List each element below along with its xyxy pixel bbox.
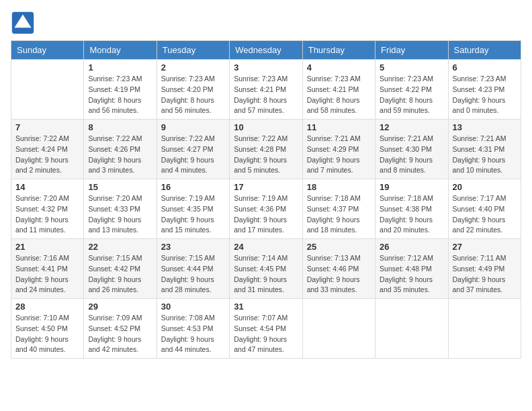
calendar-cell: 12Sunrise: 7:21 AM Sunset: 4:30 PM Dayli… xyxy=(375,120,448,179)
day-info: Sunrise: 7:12 AM Sunset: 4:48 PM Dayligh… xyxy=(380,253,443,295)
day-number: 10 xyxy=(234,122,298,132)
week-row-3: 14Sunrise: 7:20 AM Sunset: 4:32 PM Dayli… xyxy=(11,179,521,239)
calendar-cell xyxy=(302,299,375,359)
header-saturday: Saturday xyxy=(448,41,521,60)
day-info: Sunrise: 7:21 AM Sunset: 4:29 PM Dayligh… xyxy=(307,134,371,176)
day-number: 7 xyxy=(15,122,79,132)
calendar-cell: 9Sunrise: 7:22 AM Sunset: 4:27 PM Daylig… xyxy=(157,120,229,179)
calendar-cell: 24Sunrise: 7:14 AM Sunset: 4:45 PM Dayli… xyxy=(230,239,302,299)
day-number: 12 xyxy=(380,122,443,132)
day-number: 3 xyxy=(234,62,298,73)
calendar-table: SundayMondayTuesdayWednesdayThursdayFrid… xyxy=(11,40,521,359)
day-number: 30 xyxy=(161,302,225,312)
day-number: 16 xyxy=(161,182,225,192)
day-number: 14 xyxy=(15,182,79,192)
calendar-cell xyxy=(11,60,84,120)
calendar-cell: 3Sunrise: 7:23 AM Sunset: 4:21 PM Daylig… xyxy=(230,60,302,120)
day-info: Sunrise: 7:07 AM Sunset: 4:54 PM Dayligh… xyxy=(234,313,298,355)
day-info: Sunrise: 7:22 AM Sunset: 4:24 PM Dayligh… xyxy=(15,134,79,176)
day-number: 15 xyxy=(88,182,152,192)
day-info: Sunrise: 7:09 AM Sunset: 4:52 PM Dayligh… xyxy=(88,313,152,355)
week-row-5: 28Sunrise: 7:10 AM Sunset: 4:50 PM Dayli… xyxy=(11,299,521,359)
day-number: 24 xyxy=(234,242,298,252)
day-info: Sunrise: 7:15 AM Sunset: 4:42 PM Dayligh… xyxy=(88,253,152,295)
day-info: Sunrise: 7:23 AM Sunset: 4:22 PM Dayligh… xyxy=(380,74,443,116)
day-number: 11 xyxy=(307,122,371,132)
day-info: Sunrise: 7:13 AM Sunset: 4:46 PM Dayligh… xyxy=(307,253,371,295)
day-number: 29 xyxy=(88,302,152,312)
day-info: Sunrise: 7:21 AM Sunset: 4:30 PM Dayligh… xyxy=(380,134,443,176)
day-info: Sunrise: 7:22 AM Sunset: 4:27 PM Dayligh… xyxy=(161,134,225,176)
day-info: Sunrise: 7:16 AM Sunset: 4:41 PM Dayligh… xyxy=(15,253,79,295)
calendar-cell: 21Sunrise: 7:16 AM Sunset: 4:41 PM Dayli… xyxy=(11,239,84,299)
header-monday: Monday xyxy=(84,41,157,60)
day-number: 1 xyxy=(88,62,152,73)
day-info: Sunrise: 7:22 AM Sunset: 4:26 PM Dayligh… xyxy=(88,134,152,176)
day-number: 22 xyxy=(88,242,152,252)
day-info: Sunrise: 7:08 AM Sunset: 4:53 PM Dayligh… xyxy=(161,313,225,355)
day-number: 20 xyxy=(453,182,517,192)
day-number: 28 xyxy=(15,302,79,312)
header-sunday: Sunday xyxy=(11,41,84,60)
calendar-cell: 1Sunrise: 7:23 AM Sunset: 4:19 PM Daylig… xyxy=(84,60,157,120)
calendar-cell: 25Sunrise: 7:13 AM Sunset: 4:46 PM Dayli… xyxy=(302,239,375,299)
day-info: Sunrise: 7:18 AM Sunset: 4:38 PM Dayligh… xyxy=(380,193,443,236)
day-info: Sunrise: 7:23 AM Sunset: 4:19 PM Dayligh… xyxy=(88,74,152,116)
calendar-cell: 14Sunrise: 7:20 AM Sunset: 4:32 PM Dayli… xyxy=(11,179,84,239)
calendar-cell: 22Sunrise: 7:15 AM Sunset: 4:42 PM Dayli… xyxy=(84,239,157,299)
day-number: 19 xyxy=(380,182,443,192)
calendar-cell: 11Sunrise: 7:21 AM Sunset: 4:29 PM Dayli… xyxy=(302,120,375,179)
day-info: Sunrise: 7:17 AM Sunset: 4:40 PM Dayligh… xyxy=(453,193,517,236)
day-info: Sunrise: 7:18 AM Sunset: 4:37 PM Dayligh… xyxy=(307,193,371,236)
day-info: Sunrise: 7:23 AM Sunset: 4:21 PM Dayligh… xyxy=(307,74,371,116)
calendar-cell: 13Sunrise: 7:21 AM Sunset: 4:31 PM Dayli… xyxy=(448,120,521,179)
day-number: 4 xyxy=(307,62,371,73)
day-info: Sunrise: 7:23 AM Sunset: 4:23 PM Dayligh… xyxy=(453,74,517,116)
calendar-cell: 16Sunrise: 7:19 AM Sunset: 4:35 PM Dayli… xyxy=(157,179,229,239)
calendar-cell: 28Sunrise: 7:10 AM Sunset: 4:50 PM Dayli… xyxy=(11,299,84,359)
calendar-cell: 10Sunrise: 7:22 AM Sunset: 4:28 PM Dayli… xyxy=(230,120,302,179)
calendar-cell: 29Sunrise: 7:09 AM Sunset: 4:52 PM Dayli… xyxy=(84,299,157,359)
week-row-2: 7Sunrise: 7:22 AM Sunset: 4:24 PM Daylig… xyxy=(11,120,521,179)
day-number: 8 xyxy=(88,122,152,132)
calendar-cell: 17Sunrise: 7:19 AM Sunset: 4:36 PM Dayli… xyxy=(230,179,302,239)
calendar-cell: 6Sunrise: 7:23 AM Sunset: 4:23 PM Daylig… xyxy=(448,60,521,120)
day-info: Sunrise: 7:11 AM Sunset: 4:49 PM Dayligh… xyxy=(453,253,517,295)
day-info: Sunrise: 7:14 AM Sunset: 4:45 PM Dayligh… xyxy=(234,253,298,295)
day-number: 21 xyxy=(15,242,79,252)
day-number: 6 xyxy=(453,62,517,73)
day-number: 17 xyxy=(234,182,298,192)
day-number: 9 xyxy=(161,122,225,132)
day-number: 26 xyxy=(380,242,443,252)
day-info: Sunrise: 7:19 AM Sunset: 4:35 PM Dayligh… xyxy=(161,193,225,236)
week-row-4: 21Sunrise: 7:16 AM Sunset: 4:41 PM Dayli… xyxy=(11,239,521,299)
calendar-cell: 15Sunrise: 7:20 AM Sunset: 4:33 PM Dayli… xyxy=(84,179,157,239)
day-info: Sunrise: 7:23 AM Sunset: 4:21 PM Dayligh… xyxy=(234,74,298,116)
day-info: Sunrise: 7:23 AM Sunset: 4:20 PM Dayligh… xyxy=(161,74,225,116)
week-row-1: 1Sunrise: 7:23 AM Sunset: 4:19 PM Daylig… xyxy=(11,60,521,120)
day-info: Sunrise: 7:20 AM Sunset: 4:32 PM Dayligh… xyxy=(15,193,79,236)
calendar-cell: 4Sunrise: 7:23 AM Sunset: 4:21 PM Daylig… xyxy=(302,60,375,120)
calendar-cell xyxy=(448,299,521,359)
day-number: 2 xyxy=(161,62,225,73)
calendar-cell: 2Sunrise: 7:23 AM Sunset: 4:20 PM Daylig… xyxy=(157,60,229,120)
header-tuesday: Tuesday xyxy=(157,41,229,60)
calendar-cell: 19Sunrise: 7:18 AM Sunset: 4:38 PM Dayli… xyxy=(375,179,448,239)
day-info: Sunrise: 7:21 AM Sunset: 4:31 PM Dayligh… xyxy=(453,134,517,176)
day-number: 5 xyxy=(380,62,443,73)
day-number: 31 xyxy=(234,302,298,312)
header-thursday: Thursday xyxy=(302,41,375,60)
calendar-header-row: SundayMondayTuesdayWednesdayThursdayFrid… xyxy=(11,41,521,60)
header-friday: Friday xyxy=(375,41,448,60)
day-number: 25 xyxy=(307,242,371,252)
day-number: 23 xyxy=(161,242,225,252)
day-info: Sunrise: 7:15 AM Sunset: 4:44 PM Dayligh… xyxy=(161,253,225,295)
day-info: Sunrise: 7:19 AM Sunset: 4:36 PM Dayligh… xyxy=(234,193,298,236)
calendar-cell xyxy=(375,299,448,359)
header-wednesday: Wednesday xyxy=(230,41,302,60)
calendar-cell: 5Sunrise: 7:23 AM Sunset: 4:22 PM Daylig… xyxy=(375,60,448,120)
calendar-cell: 20Sunrise: 7:17 AM Sunset: 4:40 PM Dayli… xyxy=(448,179,521,239)
day-number: 27 xyxy=(453,242,517,252)
calendar-cell: 30Sunrise: 7:08 AM Sunset: 4:53 PM Dayli… xyxy=(157,299,229,359)
day-info: Sunrise: 7:20 AM Sunset: 4:33 PM Dayligh… xyxy=(88,193,152,236)
